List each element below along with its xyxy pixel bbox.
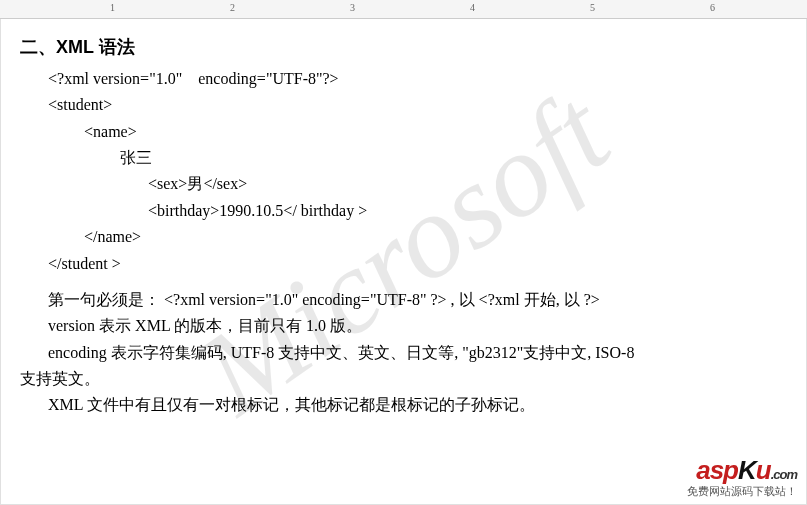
code-line: <sex>男</sex> xyxy=(48,171,787,197)
ruler-tick: 3 xyxy=(350,2,355,13)
text-line: version 表示 XML 的版本，目前只有 1.0 版。 xyxy=(20,313,787,339)
site-logo: aspKu.com 免费网站源码下载站！ xyxy=(687,455,797,499)
text-line: 支持英文。 xyxy=(20,366,787,392)
logo-part: asp xyxy=(696,455,738,485)
code-line: 张三 xyxy=(48,145,787,171)
code-line: <student> xyxy=(48,92,787,118)
paragraph-1: 第一句必须是： <?xml version="1.0" encoding="UT… xyxy=(20,287,787,419)
ruler-tick: 6 xyxy=(710,2,715,13)
text-line: XML 文件中有且仅有一对根标记，其他标记都是根标记的子孙标记。 xyxy=(20,392,787,418)
code-line: </name> xyxy=(48,224,787,250)
logo-part: K xyxy=(738,455,756,485)
code-line: </student > xyxy=(48,251,787,277)
logo-part: u xyxy=(756,455,771,485)
ruler-tick: 4 xyxy=(470,2,475,13)
logo-part: .com xyxy=(771,467,797,482)
logo-subtitle: 免费网站源码下载站！ xyxy=(687,484,797,499)
ruler-tick: 2 xyxy=(230,2,235,13)
text-line: encoding 表示字符集编码, UTF-8 支持中文、英文、日文等, "gb… xyxy=(20,340,787,366)
xml-code-block: <?xml version="1.0" encoding="UTF-8"?> <… xyxy=(48,66,787,277)
code-line: <?xml version="1.0" encoding="UTF-8"?> xyxy=(48,66,787,92)
code-line: <birthday>1990.10.5</ birthday > xyxy=(48,198,787,224)
ruler-tick: 1 xyxy=(110,2,115,13)
logo-text: aspKu.com xyxy=(687,455,797,486)
section-heading: 二、XML 语法 xyxy=(20,33,787,62)
text-line: 第一句必须是： <?xml version="1.0" encoding="UT… xyxy=(20,287,787,313)
ruler: 1 2 3 4 5 6 xyxy=(0,0,807,19)
code-line: <name> xyxy=(48,119,787,145)
ruler-tick: 5 xyxy=(590,2,595,13)
page-content: 二、XML 语法 <?xml version="1.0" encoding="U… xyxy=(0,19,807,419)
